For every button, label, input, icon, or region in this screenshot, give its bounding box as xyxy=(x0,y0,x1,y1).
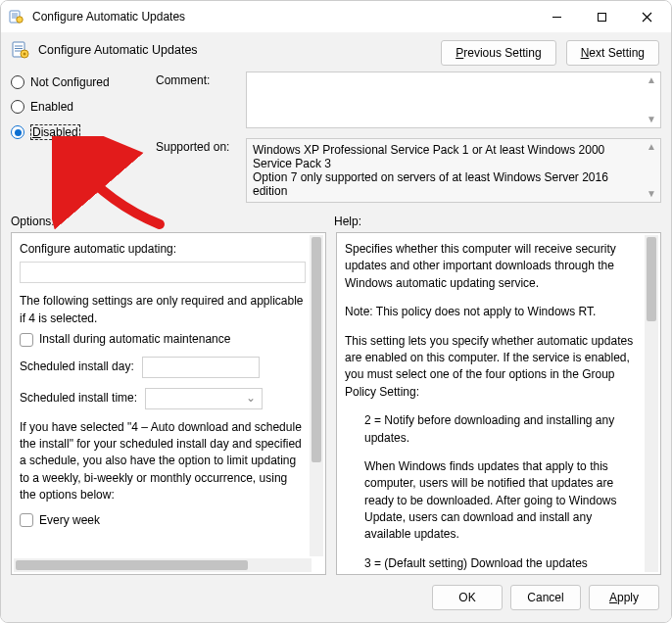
help-heading: Help: xyxy=(334,215,661,228)
options-required-note: The following settings are only required… xyxy=(20,293,306,327)
help-text: This setting lets you specify whether au… xyxy=(345,333,639,402)
window-controls xyxy=(534,2,669,31)
window-title: Configure Automatic Updates xyxy=(32,10,534,24)
scroll-up-icon[interactable]: ▲ xyxy=(646,142,657,152)
every-week-checkbox[interactable]: Every week xyxy=(20,512,306,529)
svg-point-14 xyxy=(24,53,26,56)
close-button[interactable] xyxy=(624,2,669,31)
options-panel: Configure automatic updating: The follow… xyxy=(11,232,326,575)
supported-on-box: Windows XP Professional Service Pack 1 o… xyxy=(246,138,661,203)
radio-disabled[interactable]: Disabled xyxy=(11,124,146,140)
radio-label: Enabled xyxy=(30,100,73,114)
help-panel: Specifies whether this computer will rec… xyxy=(336,232,661,575)
help-vertical-scrollbar[interactable] xyxy=(645,235,658,572)
checkbox-icon xyxy=(20,333,33,347)
state-radio-group: Not Configured Enabled Disabled xyxy=(11,72,146,203)
cancel-button[interactable]: Cancel xyxy=(510,585,581,610)
options-heading: Options: xyxy=(11,215,334,228)
chevron-down-icon: ⌄ xyxy=(246,390,256,407)
scroll-down-icon[interactable]: ▼ xyxy=(646,189,657,199)
help-text: When Windows finds updates that apply to… xyxy=(345,458,639,544)
radio-icon xyxy=(11,100,24,114)
checkbox-label: Every week xyxy=(39,512,100,529)
next-setting-button[interactable]: Next Setting xyxy=(566,40,659,66)
supported-label: Supported on: xyxy=(156,138,238,203)
scheduled-day-select[interactable] xyxy=(142,357,260,378)
policy-title: Configure Automatic Updates xyxy=(38,43,198,57)
install-during-maintenance-checkbox[interactable]: Install during automatic maintenance xyxy=(20,331,306,348)
comment-textbox[interactable]: ▲ ▼ xyxy=(246,72,661,128)
radio-not-configured[interactable]: Not Configured xyxy=(11,75,146,89)
configure-updating-label: Configure automatic updating: xyxy=(20,241,306,258)
apply-button[interactable]: Apply xyxy=(589,585,659,610)
options-vertical-scrollbar[interactable] xyxy=(310,235,323,556)
radio-label: Disabled xyxy=(30,124,80,140)
policy-icon xyxy=(11,40,30,60)
scheduled-day-label: Scheduled install day: xyxy=(20,359,134,375)
scheduled-time-label: Scheduled install time: xyxy=(20,390,137,407)
header-row: Configure Automatic Updates Previous Set… xyxy=(1,32,671,70)
ok-button[interactable]: OK xyxy=(432,585,503,610)
minimize-button[interactable] xyxy=(534,2,579,31)
previous-setting-button[interactable]: Previous Setting xyxy=(441,40,555,66)
supported-text: Windows XP Professional Service Pack 1 o… xyxy=(253,143,608,198)
svg-rect-6 xyxy=(598,13,605,21)
help-text: Specifies whether this computer will rec… xyxy=(345,241,639,292)
radio-icon xyxy=(11,125,24,139)
configure-updating-select[interactable] xyxy=(20,262,306,283)
help-text: Note: This policy does not apply to Wind… xyxy=(345,304,639,320)
titlebar: Configure Automatic Updates xyxy=(1,1,671,32)
maximize-button[interactable] xyxy=(579,2,624,31)
scroll-up-icon[interactable]: ▲ xyxy=(646,75,657,85)
policy-title-icon xyxy=(9,9,24,24)
radio-icon xyxy=(11,75,24,89)
options-limit-note: If you have selected "4 – Auto download … xyxy=(20,419,306,504)
help-text: 3 = (Default setting) Download the updat… xyxy=(345,555,639,574)
checkbox-icon xyxy=(20,513,33,527)
checkbox-label: Install during automatic maintenance xyxy=(39,331,230,348)
help-text: 2 = Notify before downloading and instal… xyxy=(345,412,639,447)
dialog-footer: OK Cancel Apply xyxy=(1,575,671,622)
svg-point-4 xyxy=(17,17,23,23)
comment-label: Comment: xyxy=(156,72,238,128)
radio-label: Not Configured xyxy=(30,75,110,89)
scroll-down-icon[interactable]: ▼ xyxy=(646,115,657,124)
radio-enabled[interactable]: Enabled xyxy=(11,100,146,114)
scheduled-time-select[interactable]: ⌄ xyxy=(145,388,263,409)
options-horizontal-scrollbar[interactable] xyxy=(14,558,312,572)
